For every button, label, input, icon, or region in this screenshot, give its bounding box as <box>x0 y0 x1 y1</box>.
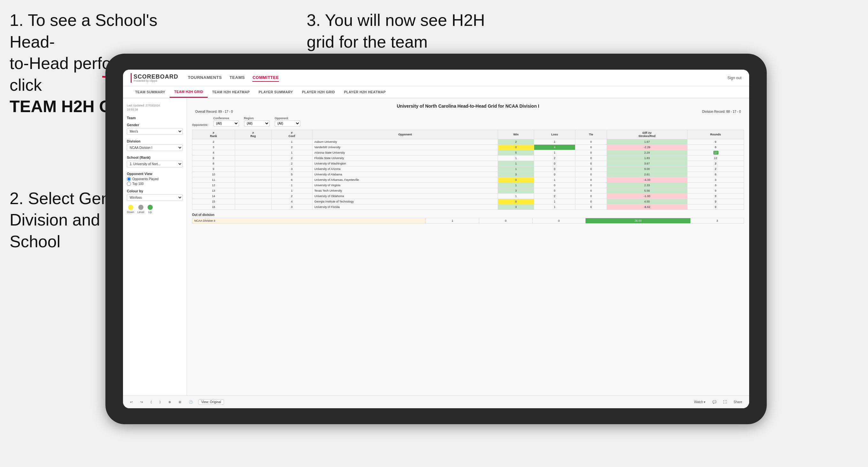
sub-nav: TEAM SUMMARY TEAM H2H GRID TEAM H2H HEAT… <box>123 86 749 98</box>
table-cell-opponent: Georgia Institute of Technology <box>312 199 498 205</box>
table-cell-opponent: Auburn University <box>312 139 498 145</box>
table-cell-tie: 0 <box>576 145 607 150</box>
nav-teams[interactable]: TEAMS <box>229 74 245 82</box>
fullscreen-button[interactable]: ⛶ <box>721 400 728 404</box>
top-100-radio[interactable]: Top 100 <box>127 182 183 186</box>
sign-out-button[interactable]: Sign out <box>727 76 742 80</box>
table-cell-loss: 1 <box>534 205 576 210</box>
table-cell-tie: 0 <box>576 166 607 172</box>
conference-filter-group: Conference (All) <box>213 117 239 126</box>
opponents-filter-label: Opponents: <box>192 123 208 126</box>
nav-tournaments[interactable]: TOURNAMENTS <box>188 74 222 82</box>
share-button[interactable]: Share <box>732 400 744 404</box>
table-cell-diff: 2.61 <box>607 172 687 177</box>
col-tie: Tie <box>576 130 607 139</box>
redo-button[interactable]: ↪ <box>138 400 145 404</box>
table-cell-diff: 2.33 <box>607 183 687 188</box>
out-div-tie: 0 <box>532 218 586 224</box>
division-select[interactable]: NCAA Division I <box>127 145 183 151</box>
table-cell-reg <box>235 199 271 205</box>
logo-red-bar <box>131 73 132 83</box>
table-cell-opponent: Arizona State University <box>312 150 498 156</box>
table-cell-loss: 4 <box>534 145 576 150</box>
view-original-button[interactable]: View: Original <box>198 399 224 405</box>
logo-text: SCOREBOARD <box>133 73 178 80</box>
table-cell-win: 0 <box>498 145 534 150</box>
table-cell-rank: 8 <box>192 161 235 166</box>
table-cell-conf: 1 <box>271 150 312 156</box>
gender-select[interactable]: Men's <box>127 128 183 135</box>
table-cell-opponent: Florida State University <box>312 156 498 161</box>
opponent-filter-group: Opponent (All) <box>275 117 300 126</box>
table-cell-win: 0 <box>498 177 534 183</box>
table-cell-rounds: 3 <box>687 177 744 183</box>
opponents-played-radio[interactable]: Opponents Played <box>127 177 183 181</box>
conference-filter-label: Conference <box>213 117 239 120</box>
col-rounds: Rounds <box>687 130 744 139</box>
table-cell-reg <box>235 150 271 156</box>
table-cell-diff: -1.00 <box>607 193 687 199</box>
clock-button[interactable]: 🕐 <box>187 400 194 404</box>
table-cell-opponent: Texas Tech University <box>312 188 498 193</box>
home-button[interactable]: ⊞ <box>177 400 183 404</box>
opponent-select[interactable]: (All) <box>275 120 300 126</box>
table-cell-win: 1 <box>498 183 534 188</box>
table-cell-win: 0 <box>498 199 534 205</box>
table-cell-rank: 2 <box>192 139 235 145</box>
table-cell-win: 3 <box>498 172 534 177</box>
sub-nav-player-h2h-heatmap[interactable]: PLAYER H2H HEATMAP <box>340 86 391 98</box>
region-select[interactable]: (All) <box>244 120 270 126</box>
colour-by-select[interactable]: Win/loss <box>127 194 183 201</box>
table-cell-loss: 2 <box>534 156 576 161</box>
table-cell-reg <box>235 205 271 210</box>
forward-button[interactable]: ⟩ <box>157 400 163 404</box>
table-cell-rank: 4 <box>192 150 235 156</box>
table-cell-rounds: 8 <box>687 172 744 177</box>
table-cell-opponent: Vanderbilt University <box>312 145 498 150</box>
table-cell-win: 5 <box>498 150 534 156</box>
sub-nav-team-summary[interactable]: TEAM SUMMARY <box>131 86 169 98</box>
table-cell-tie: 0 <box>576 161 607 166</box>
zoom-button[interactable]: ⊕ <box>166 400 173 404</box>
out-of-division-table: NCAA Division II 1 0 0 26.00 3 <box>192 218 744 224</box>
sub-nav-team-h2h-heatmap[interactable]: TEAM H2H HEATMAP <box>208 86 254 98</box>
back-button[interactable]: ⟨ <box>149 400 154 404</box>
sub-nav-player-h2h-grid[interactable]: PLAYER H2H GRID <box>298 86 340 98</box>
sidebar-colour-by-label: Colour by <box>127 189 183 193</box>
table-cell-rank: 10 <box>192 172 235 177</box>
col-reg: #Reg <box>235 130 271 139</box>
watch-button[interactable]: Watch ▾ <box>692 400 708 404</box>
toolbar-right: Watch ▾ 💬 ⛶ Share <box>692 400 744 404</box>
table-cell-win: 1 <box>498 166 534 172</box>
table-cell-reg <box>235 188 271 193</box>
table-cell-loss: 1 <box>534 150 576 156</box>
out-div-name: NCAA Division II <box>192 218 426 224</box>
table-cell-diff: 9.00 <box>607 166 687 172</box>
table-cell-diff: 3.67 <box>607 161 687 166</box>
conference-select[interactable]: (All) <box>213 120 239 126</box>
table-cell-loss: 1 <box>534 177 576 183</box>
table-cell-opponent: University of Oklahoma <box>312 193 498 199</box>
col-opponent: Opponent <box>312 130 498 139</box>
sub-nav-team-h2h-grid[interactable]: TEAM H2H GRID <box>169 86 208 98</box>
table-cell-rank: 13 <box>192 188 235 193</box>
table-cell-conf: 2 <box>271 193 312 199</box>
nav-committee[interactable]: COMMITTEE <box>252 74 279 82</box>
sidebar-timestamp: Last Updated: 27/03/2024 16:55:38 <box>127 103 183 112</box>
table-cell-reg <box>235 166 271 172</box>
table-cell-tie: 0 <box>576 188 607 193</box>
out-div-diff: 26.00 <box>586 218 691 224</box>
table-cell-tie: 0 <box>576 172 607 177</box>
undo-button[interactable]: ↩ <box>128 400 134 404</box>
table-cell-reg <box>235 177 271 183</box>
opponent-filter-label: Opponent <box>275 117 300 120</box>
table-cell-conf: 5 <box>271 172 312 177</box>
table-cell-reg <box>235 139 271 145</box>
school-select[interactable]: 1. University of Nort... <box>127 161 183 167</box>
color-legend: Down Level Up <box>127 205 183 214</box>
division-record: Division Record: 88 - 17 - 0 <box>702 110 741 114</box>
sub-nav-player-summary[interactable]: PLAYER SUMMARY <box>254 86 298 98</box>
table-cell-loss: 0 <box>534 172 576 177</box>
comment-button[interactable]: 💬 <box>711 400 718 404</box>
table-cell-loss: 0 <box>534 183 576 188</box>
